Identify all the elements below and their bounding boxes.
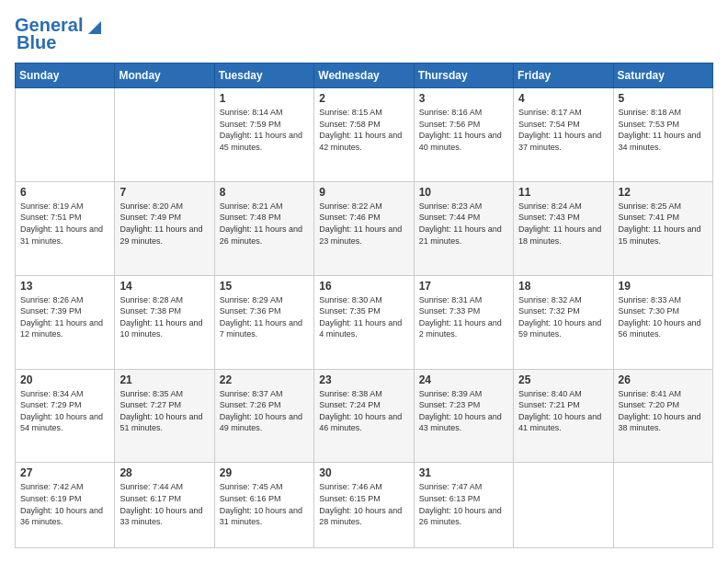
day-number: 18 (518, 280, 608, 293)
day-info: Sunrise: 8:22 AM Sunset: 7:46 PM Dayligh… (319, 201, 408, 247)
calendar-cell (613, 463, 712, 548)
week-row-4: 20Sunrise: 8:34 AM Sunset: 7:29 PM Dayli… (16, 369, 713, 463)
calendar-cell: 15Sunrise: 8:29 AM Sunset: 7:36 PM Dayli… (214, 275, 313, 369)
weekday-header-thursday: Thursday (414, 63, 513, 88)
page: General Blue SundayMondayTuesdayWednesda… (0, 0, 728, 563)
calendar-cell: 7Sunrise: 8:20 AM Sunset: 7:49 PM Daylig… (115, 181, 214, 275)
day-number: 25 (518, 373, 608, 386)
calendar-cell: 27Sunrise: 7:42 AM Sunset: 6:19 PM Dayli… (16, 463, 115, 548)
day-info: Sunrise: 8:15 AM Sunset: 7:58 PM Dayligh… (319, 107, 408, 153)
day-number: 5 (619, 92, 708, 105)
day-number: 16 (319, 280, 408, 293)
day-number: 6 (20, 186, 109, 199)
day-number: 21 (119, 373, 209, 386)
calendar-cell: 24Sunrise: 8:39 AM Sunset: 7:23 PM Dayli… (414, 369, 513, 463)
svg-marker-0 (88, 21, 101, 34)
day-number: 15 (220, 280, 309, 293)
calendar-cell: 31Sunrise: 7:47 AM Sunset: 6:13 PM Dayli… (414, 463, 513, 548)
calendar-cell: 16Sunrise: 8:30 AM Sunset: 7:35 PM Dayli… (314, 275, 414, 369)
day-number: 4 (518, 92, 608, 105)
day-number: 28 (119, 466, 209, 479)
weekday-header-row: SundayMondayTuesdayWednesdayThursdayFrid… (16, 63, 713, 88)
calendar-cell: 18Sunrise: 8:32 AM Sunset: 7:32 PM Dayli… (514, 275, 613, 369)
day-info: Sunrise: 8:23 AM Sunset: 7:44 PM Dayligh… (419, 201, 508, 247)
day-number: 2 (319, 92, 408, 105)
calendar-cell: 5Sunrise: 8:18 AM Sunset: 7:53 PM Daylig… (613, 88, 712, 182)
calendar-cell: 25Sunrise: 8:40 AM Sunset: 7:21 PM Dayli… (514, 369, 613, 463)
weekday-header-wednesday: Wednesday (314, 63, 414, 88)
weekday-header-monday: Monday (115, 63, 214, 88)
logo: General Blue (15, 15, 103, 53)
day-info: Sunrise: 8:30 AM Sunset: 7:35 PM Dayligh… (319, 294, 408, 340)
calendar-cell (115, 88, 214, 182)
day-number: 1 (220, 92, 309, 105)
day-number: 14 (119, 280, 209, 293)
weekday-header-friday: Friday (514, 63, 613, 88)
calendar-cell: 23Sunrise: 8:38 AM Sunset: 7:24 PM Dayli… (314, 369, 414, 463)
calendar-cell: 12Sunrise: 8:25 AM Sunset: 7:41 PM Dayli… (613, 181, 712, 275)
day-info: Sunrise: 8:28 AM Sunset: 7:38 PM Dayligh… (119, 294, 209, 340)
calendar-cell: 3Sunrise: 8:16 AM Sunset: 7:56 PM Daylig… (414, 88, 513, 182)
weekday-header-sunday: Sunday (16, 63, 115, 88)
calendar-cell: 17Sunrise: 8:31 AM Sunset: 7:33 PM Dayli… (414, 275, 513, 369)
day-info: Sunrise: 8:32 AM Sunset: 7:32 PM Dayligh… (518, 294, 608, 340)
day-number: 23 (319, 373, 408, 386)
day-info: Sunrise: 8:35 AM Sunset: 7:27 PM Dayligh… (119, 388, 209, 434)
week-row-1: 1Sunrise: 8:14 AM Sunset: 7:59 PM Daylig… (16, 88, 713, 182)
logo-blue: Blue (17, 32, 56, 53)
day-number: 19 (619, 280, 708, 293)
calendar-cell (16, 88, 115, 182)
calendar-cell: 29Sunrise: 7:45 AM Sunset: 6:16 PM Dayli… (214, 463, 313, 548)
day-number: 26 (619, 373, 708, 386)
day-info: Sunrise: 8:39 AM Sunset: 7:23 PM Dayligh… (419, 388, 508, 434)
day-info: Sunrise: 8:17 AM Sunset: 7:54 PM Dayligh… (518, 107, 608, 153)
weekday-header-saturday: Saturday (613, 63, 712, 88)
calendar-cell: 13Sunrise: 8:26 AM Sunset: 7:39 PM Dayli… (16, 275, 115, 369)
day-info: Sunrise: 7:47 AM Sunset: 6:13 PM Dayligh… (419, 481, 508, 527)
day-number: 8 (220, 186, 309, 199)
day-info: Sunrise: 8:37 AM Sunset: 7:26 PM Dayligh… (220, 388, 309, 434)
calendar-cell: 22Sunrise: 8:37 AM Sunset: 7:26 PM Dayli… (214, 369, 313, 463)
day-info: Sunrise: 8:24 AM Sunset: 7:43 PM Dayligh… (518, 201, 608, 247)
calendar-cell: 9Sunrise: 8:22 AM Sunset: 7:46 PM Daylig… (314, 181, 414, 275)
week-row-2: 6Sunrise: 8:19 AM Sunset: 7:51 PM Daylig… (16, 181, 713, 275)
day-info: Sunrise: 8:20 AM Sunset: 7:49 PM Dayligh… (119, 201, 209, 247)
calendar-cell: 19Sunrise: 8:33 AM Sunset: 7:30 PM Dayli… (613, 275, 712, 369)
day-number: 22 (220, 373, 309, 386)
calendar-cell: 14Sunrise: 8:28 AM Sunset: 7:38 PM Dayli… (115, 275, 214, 369)
day-number: 13 (20, 280, 109, 293)
day-info: Sunrise: 8:40 AM Sunset: 7:21 PM Dayligh… (518, 388, 608, 434)
calendar-cell: 20Sunrise: 8:34 AM Sunset: 7:29 PM Dayli… (16, 369, 115, 463)
day-number: 11 (518, 186, 608, 199)
day-info: Sunrise: 8:25 AM Sunset: 7:41 PM Dayligh… (619, 201, 708, 247)
day-info: Sunrise: 8:18 AM Sunset: 7:53 PM Dayligh… (619, 107, 708, 153)
logo-icon (83, 16, 103, 36)
day-info: Sunrise: 8:29 AM Sunset: 7:36 PM Dayligh… (220, 294, 309, 340)
day-info: Sunrise: 8:34 AM Sunset: 7:29 PM Dayligh… (20, 388, 109, 434)
calendar-table: SundayMondayTuesdayWednesdayThursdayFrid… (15, 63, 713, 548)
day-number: 20 (20, 373, 109, 386)
calendar-cell: 4Sunrise: 8:17 AM Sunset: 7:54 PM Daylig… (514, 88, 613, 182)
day-number: 3 (419, 92, 508, 105)
calendar-cell: 11Sunrise: 8:24 AM Sunset: 7:43 PM Dayli… (514, 181, 613, 275)
day-info: Sunrise: 8:41 AM Sunset: 7:20 PM Dayligh… (619, 388, 708, 434)
calendar-cell: 26Sunrise: 8:41 AM Sunset: 7:20 PM Dayli… (613, 369, 712, 463)
calendar-cell: 10Sunrise: 8:23 AM Sunset: 7:44 PM Dayli… (414, 181, 513, 275)
calendar-cell: 21Sunrise: 8:35 AM Sunset: 7:27 PM Dayli… (115, 369, 214, 463)
day-number: 12 (619, 186, 708, 199)
calendar-cell (514, 463, 613, 548)
day-info: Sunrise: 8:21 AM Sunset: 7:48 PM Dayligh… (220, 201, 309, 247)
day-info: Sunrise: 8:38 AM Sunset: 7:24 PM Dayligh… (319, 388, 408, 434)
day-number: 31 (419, 466, 508, 479)
day-number: 10 (419, 186, 508, 199)
day-number: 17 (419, 280, 508, 293)
day-info: Sunrise: 7:42 AM Sunset: 6:19 PM Dayligh… (20, 481, 109, 527)
calendar-cell: 30Sunrise: 7:46 AM Sunset: 6:15 PM Dayli… (314, 463, 414, 548)
day-number: 9 (319, 186, 408, 199)
week-row-3: 13Sunrise: 8:26 AM Sunset: 7:39 PM Dayli… (16, 275, 713, 369)
day-info: Sunrise: 7:44 AM Sunset: 6:17 PM Dayligh… (119, 481, 209, 527)
day-info: Sunrise: 8:16 AM Sunset: 7:56 PM Dayligh… (419, 107, 508, 153)
day-info: Sunrise: 8:19 AM Sunset: 7:51 PM Dayligh… (20, 201, 109, 247)
day-info: Sunrise: 7:46 AM Sunset: 6:15 PM Dayligh… (319, 481, 408, 527)
day-number: 27 (20, 466, 109, 479)
